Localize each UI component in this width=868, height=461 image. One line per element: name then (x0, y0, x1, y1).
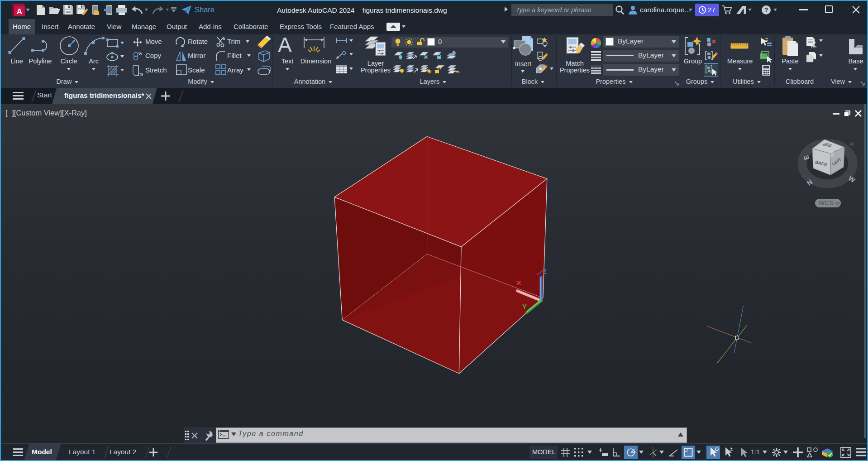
svg-text:Z: Z (543, 268, 547, 275)
svg-text:A: A (17, 7, 22, 16)
svg-text:?: ? (764, 6, 768, 14)
svg-text:✕: ✕ (516, 279, 522, 287)
svg-text:Y: Y (522, 303, 527, 310)
